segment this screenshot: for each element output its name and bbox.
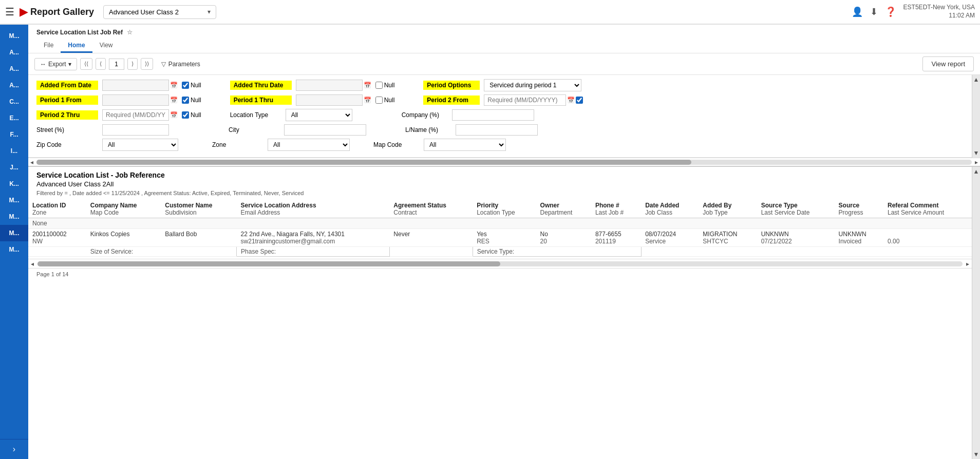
nav-next-button[interactable]: ⟩ — [127, 58, 138, 70]
sidebar-item-m2[interactable]: M... — [0, 192, 28, 208]
filter-text: Filtered by = , Date added <= 11/25/2024… — [28, 190, 972, 200]
period2-from-label: Period 2 From — [423, 95, 480, 105]
none-row: None — [28, 218, 972, 229]
table-row[interactable]: 2001100002NW Kinkos Copies Ballard Bob 2… — [28, 229, 972, 247]
period1-thru-input[interactable]: 11/25/2024 — [296, 94, 363, 106]
sidebar-toggle-button[interactable]: › — [0, 439, 28, 459]
col-source: SourceProgress — [835, 200, 883, 218]
street-pct-input[interactable] — [102, 124, 169, 136]
zone-label: Zone — [212, 141, 263, 148]
top-right-info: 👤 ⬇ ❓ EST5EDT-New York, USA 11:02 AM — [852, 4, 975, 20]
view-report-button[interactable]: View report — [922, 56, 974, 71]
params-hscroll-left-icon[interactable]: ◂ — [28, 159, 35, 166]
calendar-icon-period1-from[interactable]: 📅 — [170, 97, 178, 104]
period1-thru-null-checkbox[interactable] — [375, 97, 383, 104]
location-type-select[interactable]: All — [286, 109, 352, 121]
col-referal-comment: Referal CommentLast Service Amount — [883, 200, 972, 218]
download-icon[interactable]: ⬇ — [870, 6, 878, 17]
sidebar-item-m1[interactable]: M... — [0, 28, 28, 44]
period1-thru-null-label: Null — [384, 97, 395, 104]
page-number: 1 — [109, 59, 124, 70]
zip-code-select[interactable]: All — [102, 139, 178, 151]
star-icon[interactable]: ☆ — [127, 29, 133, 36]
sidebar-item-e[interactable]: E... — [0, 110, 28, 126]
zone-select[interactable]: All — [268, 139, 350, 151]
period1-from-input[interactable]: 11/25/2024 — [102, 94, 169, 106]
export-button[interactable]: ↔ Export ▾ — [34, 58, 77, 70]
user-icon[interactable]: 👤 — [852, 6, 863, 17]
period2-thru-null-checkbox[interactable] — [182, 111, 189, 119]
map-code-select[interactable]: All — [424, 139, 506, 151]
lname-pct-input[interactable] — [456, 124, 538, 136]
sidebar-item-c[interactable]: C... — [0, 93, 28, 110]
location-type-label: Location Type — [230, 111, 281, 119]
added-from-null-wrap: Null — [182, 82, 201, 89]
hamburger-icon[interactable]: ☰ — [5, 6, 14, 18]
calendar-icon-period2-from[interactable]: 📅 — [567, 97, 575, 104]
export-label: Export — [48, 61, 66, 68]
added-thru-date-input[interactable]: 11/25/2024 — [296, 80, 363, 91]
added-from-null-checkbox[interactable] — [182, 82, 189, 89]
added-from-date-label: Added From Date — [36, 81, 98, 90]
params-vscroll-down-icon[interactable]: ▼ — [973, 149, 979, 157]
hscroll-left-icon[interactable]: ◂ — [28, 260, 36, 267]
report-vscroll-down-icon[interactable]: ▼ — [973, 451, 979, 458]
sidebar-item-m5[interactable]: M... — [0, 241, 28, 258]
period2-from-checkbox[interactable] — [576, 97, 583, 104]
col-owner: OwnerDepartment — [536, 200, 591, 218]
zip-code-label: Zip Code — [36, 141, 98, 148]
sidebar-item-f[interactable]: F... — [0, 126, 28, 143]
sidebar-item-m4[interactable]: M... — [0, 225, 28, 241]
col-location-id: Location IDZone — [28, 200, 86, 218]
tab-file[interactable]: File — [36, 39, 61, 53]
tab-home[interactable]: Home — [61, 39, 92, 53]
tab-view[interactable]: View — [92, 39, 120, 53]
timezone-info: EST5EDT-New York, USA 11:02 AM — [903, 4, 975, 20]
chevron-down-icon: ▾ — [208, 8, 211, 15]
company-pct-input[interactable] — [452, 109, 534, 121]
added-thru-null-checkbox[interactable] — [375, 82, 383, 89]
report-dropdown-label: Advanced User Class 2 — [109, 8, 179, 16]
sidebar-item-a1[interactable]: A... — [0, 44, 28, 61]
sidebar-item-j[interactable]: J... — [0, 159, 28, 176]
city-input[interactable] — [284, 124, 366, 136]
period1-from-null-checkbox[interactable] — [182, 97, 189, 104]
calendar-icon-added-from[interactable]: 📅 — [170, 82, 178, 89]
period2-thru-null-wrap: Null — [182, 111, 201, 119]
col-customer-name: Customer NameSubdivision — [161, 200, 236, 218]
calendar-icon-period1-thru[interactable]: 📅 — [364, 97, 371, 104]
nav-prev-button[interactable]: ⟨ — [96, 58, 106, 70]
params-vscroll-up-icon[interactable]: ▲ — [973, 76, 979, 83]
sidebar-item-a2[interactable]: A... — [0, 61, 28, 77]
sidebar-item-i[interactable]: I... — [0, 143, 28, 159]
page-footer: Page 1 of 14 — [28, 268, 972, 280]
street-pct-label: Street (%) — [36, 126, 98, 133]
params-hscroll-right-icon[interactable]: ▸ — [973, 159, 980, 166]
logo-text: Report Gallery — [30, 7, 94, 17]
sidebar-item-k[interactable]: K... — [0, 176, 28, 192]
calendar-icon-added-thru[interactable]: 📅 — [364, 82, 371, 89]
report-dropdown[interactable]: Advanced User Class 2 ▾ — [103, 5, 216, 19]
sidebar-item-a3[interactable]: A... — [0, 77, 28, 93]
nav-first-button[interactable]: ⟨⟨ — [80, 58, 92, 70]
col-agreement-status: Agreement StatusContract — [389, 200, 473, 218]
period-options-select[interactable]: Serviced during period 1 — [484, 79, 581, 91]
sidebar-item-m3[interactable]: M... — [0, 208, 28, 225]
period1-thru-null-wrap: Null — [375, 97, 395, 104]
period-options-label: Period Options — [423, 81, 480, 90]
city-label: City — [229, 126, 280, 133]
company-pct-label: Company (%) — [402, 111, 448, 119]
report-subtitle: Service Location List - Job Reference — [28, 167, 972, 180]
nav-last-button[interactable]: ⟩⟩ — [141, 58, 153, 70]
period1-from-null-wrap: Null — [182, 97, 201, 104]
report-subsubtitle: Advanced User Class 2All — [28, 180, 972, 190]
added-thru-date-label: Added Thru Date — [230, 81, 292, 90]
added-from-date-input[interactable]: 11/25/2024 — [102, 80, 169, 91]
calendar-icon-period2-thru[interactable]: 📅 — [170, 111, 178, 119]
help-icon[interactable]: ❓ — [885, 6, 896, 17]
hscroll-right-icon[interactable]: ▸ — [964, 260, 972, 267]
parameters-button[interactable]: ▽ Parameters — [156, 59, 205, 70]
period2-from-input[interactable] — [484, 94, 566, 106]
report-vscroll-up-icon[interactable]: ▲ — [973, 168, 979, 175]
period2-thru-input[interactable] — [102, 109, 169, 121]
